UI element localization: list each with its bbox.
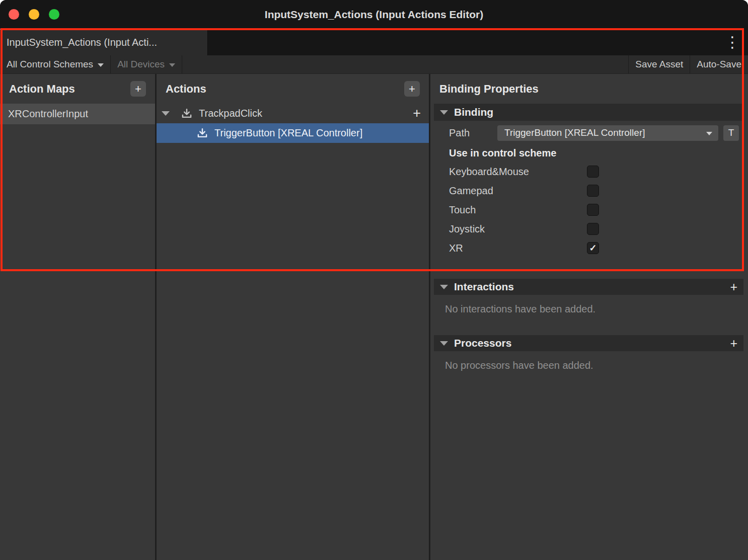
interactions-section-header[interactable]: Interactions + bbox=[434, 279, 743, 295]
add-binding-button[interactable]: + bbox=[413, 107, 421, 120]
actions-title: Actions bbox=[166, 83, 206, 96]
binding-section-title: Binding bbox=[454, 106, 493, 118]
action-maps-title: Action Maps bbox=[9, 83, 75, 96]
actions-header: Actions + bbox=[157, 74, 429, 104]
scheme-row-touch: Touch bbox=[430, 200, 748, 219]
control-schemes-dropdown[interactable]: All Control Schemes bbox=[0, 55, 110, 73]
interactions-empty-text: No interactions have been added. bbox=[445, 303, 748, 315]
minimize-button[interactable] bbox=[29, 9, 39, 20]
path-label: Path bbox=[449, 127, 497, 139]
foldout-icon bbox=[440, 285, 448, 289]
use-in-control-scheme-label: Use in control scheme bbox=[449, 147, 748, 159]
scheme-row-xr: XR bbox=[430, 238, 748, 258]
binding-properties-title: Binding Properties bbox=[439, 83, 539, 96]
action-map-label: XRControllerInput bbox=[8, 108, 88, 120]
actions-panel: Actions + TrackpadClick + bbox=[157, 74, 429, 560]
chevron-down-icon bbox=[706, 132, 712, 135]
processors-section-header[interactable]: Processors + bbox=[434, 335, 743, 351]
checkbox-gamepad[interactable] bbox=[587, 185, 599, 197]
devices-dropdown[interactable]: All Devices bbox=[111, 55, 182, 73]
toolbar: All Control Schemes All Devices Save Ass… bbox=[0, 55, 748, 74]
binding-row-triggerbutton[interactable]: TriggerButton [XREAL Controller] bbox=[157, 123, 429, 143]
input-actions-editor-window: InputSystem_Actions (Input Actions Edito… bbox=[0, 0, 748, 560]
window-title: InputSystem_Actions (Input Actions Edito… bbox=[265, 9, 483, 21]
scheme-label: Touch bbox=[449, 204, 587, 216]
save-asset-label: Save Asset bbox=[635, 59, 683, 70]
scheme-row-gamepad: Gamepad bbox=[430, 181, 748, 200]
scheme-row-joystick: Joystick bbox=[430, 219, 748, 238]
tab-bar: InputSystem_Actions (Input Acti... bbox=[0, 29, 748, 55]
add-interaction-button[interactable]: + bbox=[730, 281, 737, 293]
checkbox-xr[interactable] bbox=[587, 242, 599, 254]
input-binding-icon bbox=[196, 127, 208, 139]
path-row: Path TriggerButton [XREAL Controller] T bbox=[430, 125, 748, 141]
checkbox-keyboardmouse[interactable] bbox=[587, 166, 599, 178]
fullscreen-button[interactable] bbox=[49, 9, 59, 20]
binding-label: TriggerButton [XREAL Controller] bbox=[214, 127, 362, 139]
checkbox-joystick[interactable] bbox=[587, 223, 599, 235]
scheme-label: XR bbox=[449, 243, 587, 254]
scheme-row-keyboardmouse: Keyboard&Mouse bbox=[430, 162, 748, 181]
action-row-trackpadclick[interactable]: TrackpadClick + bbox=[157, 104, 429, 123]
action-map-item-xrcontrollerinput[interactable]: XRControllerInput bbox=[0, 104, 155, 124]
tab-label: InputSystem_Actions (Input Acti... bbox=[7, 37, 157, 48]
input-action-icon bbox=[181, 108, 193, 120]
scheme-label: Keyboard&Mouse bbox=[449, 166, 587, 178]
devices-label: All Devices bbox=[117, 59, 165, 70]
foldout-icon bbox=[440, 341, 448, 346]
titlebar: InputSystem_Actions (Input Actions Edito… bbox=[0, 0, 748, 29]
interactions-section-title: Interactions bbox=[454, 281, 514, 293]
action-maps-panel: Action Maps + XRControllerInput bbox=[0, 74, 155, 560]
chevron-down-icon bbox=[169, 63, 175, 67]
foldout-icon bbox=[440, 110, 448, 115]
control-schemes-label: All Control Schemes bbox=[7, 59, 93, 70]
scheme-label: Joystick bbox=[449, 223, 587, 235]
binding-section-header[interactable]: Binding bbox=[434, 104, 743, 121]
auto-save-label: Auto-Save bbox=[697, 59, 741, 70]
auto-save-toggle[interactable]: Auto-Save bbox=[690, 55, 748, 73]
toolbar-spacer bbox=[182, 55, 628, 73]
processors-empty-text: No processors have been added. bbox=[445, 360, 748, 371]
main-area: Action Maps + XRControllerInput Actions … bbox=[0, 74, 748, 560]
processors-section-title: Processors bbox=[454, 337, 511, 349]
checkbox-touch[interactable] bbox=[587, 204, 599, 216]
binding-properties-panel: Binding Properties Binding Path TriggerB… bbox=[430, 74, 748, 560]
chevron-down-icon bbox=[98, 63, 104, 67]
save-asset-button[interactable]: Save Asset bbox=[629, 55, 690, 73]
traffic-lights bbox=[9, 0, 59, 29]
foldout-icon[interactable] bbox=[162, 111, 170, 116]
scheme-label: Gamepad bbox=[449, 185, 587, 197]
path-text-toggle-button[interactable]: T bbox=[723, 125, 739, 141]
add-action-map-button[interactable]: + bbox=[130, 81, 146, 97]
add-processor-button[interactable]: + bbox=[730, 337, 737, 350]
add-action-button[interactable]: + bbox=[404, 81, 420, 97]
kebab-menu-icon[interactable] bbox=[717, 35, 748, 50]
action-maps-header: Action Maps + bbox=[0, 74, 155, 104]
action-label: TrackpadClick bbox=[199, 108, 262, 119]
close-button[interactable] bbox=[9, 9, 19, 20]
tab-inputsystem-actions[interactable]: InputSystem_Actions (Input Acti... bbox=[0, 29, 208, 55]
path-value: TriggerButton [XREAL Controller] bbox=[504, 127, 645, 138]
binding-properties-header: Binding Properties bbox=[430, 74, 748, 104]
path-dropdown[interactable]: TriggerButton [XREAL Controller] bbox=[497, 125, 718, 141]
